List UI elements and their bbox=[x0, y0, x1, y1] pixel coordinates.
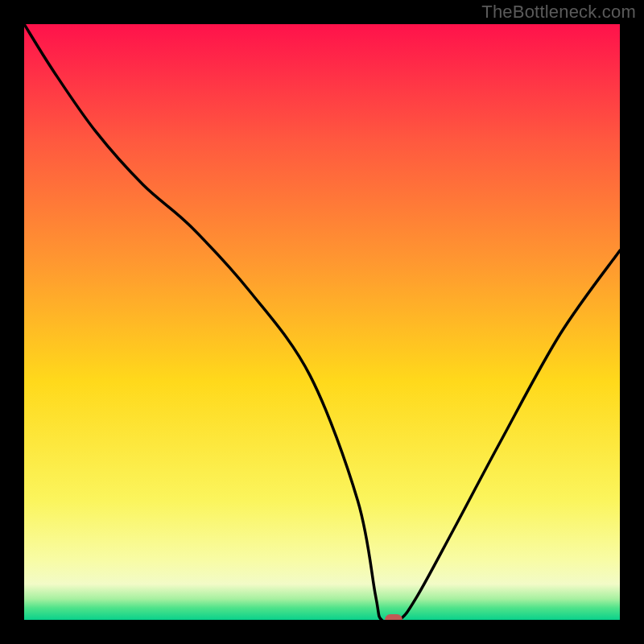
watermark-text: TheBottleneck.com bbox=[481, 2, 636, 23]
plot-area bbox=[24, 24, 620, 620]
chart-frame: TheBottleneck.com bbox=[0, 0, 644, 644]
optimum-marker bbox=[385, 614, 402, 620]
bottleneck-curve bbox=[24, 24, 620, 620]
